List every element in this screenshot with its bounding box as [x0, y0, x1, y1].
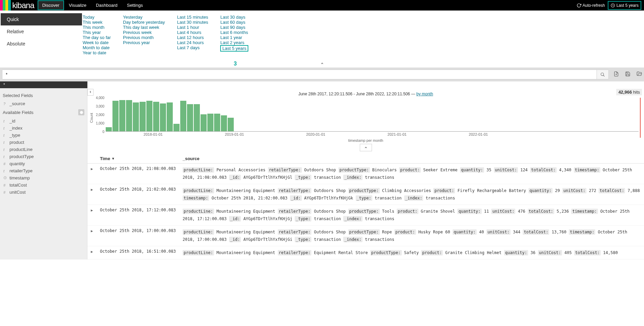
quick-option[interactable]: Last 6 months [220, 30, 248, 35]
quick-option[interactable]: Previous week [123, 30, 165, 35]
quick-option[interactable]: Last 2 years [220, 40, 248, 45]
collapse-timepicker-button[interactable] [0, 59, 644, 68]
histogram-bar[interactable] [160, 103, 166, 132]
histogram-bar[interactable] [126, 100, 132, 132]
logo[interactable]: kibana [0, 0, 34, 11]
field-quantity[interactable]: #quantity [2, 160, 85, 167]
row-time: October 25th 2018, 21:02:00.083 [97, 184, 179, 205]
nav-tab-visualize[interactable]: Visualize [64, 0, 91, 10]
quick-option[interactable]: Last 60 days [220, 20, 248, 25]
nav-tab-dashboard[interactable]: Dashboard [91, 0, 122, 10]
auto-refresh-button[interactable]: Auto-refresh [574, 1, 608, 10]
expand-row-button[interactable]: ▸ [87, 205, 97, 226]
field-product[interactable]: tproduct [2, 139, 85, 146]
index-pattern-selector[interactable]: * [0, 81, 87, 88]
col-time[interactable]: Time▼ [97, 154, 179, 164]
save-search-button[interactable] [625, 71, 630, 78]
histogram-bar[interactable] [214, 114, 220, 132]
field-_index[interactable]: t_index [2, 124, 85, 132]
field-_source[interactable]: ?_source [2, 100, 85, 107]
quick-option[interactable]: This week [83, 20, 111, 25]
collapse-sidebar-button[interactable] [87, 89, 94, 96]
field-_id[interactable]: t_id [2, 117, 85, 124]
quick-option[interactable]: This year [83, 30, 111, 35]
timepicker-mode-tabs: QuickRelativeAbsolute [0, 13, 83, 57]
quick-option[interactable]: Last 30 minutes [177, 20, 208, 25]
histogram-bar[interactable] [173, 124, 180, 132]
quick-option[interactable]: Last 30 days [220, 15, 248, 20]
expand-row-button[interactable]: ▸ [87, 246, 97, 260]
histogram-bar[interactable] [140, 102, 146, 132]
quick-option[interactable]: Last 90 days [220, 25, 248, 30]
timepicker-tab-absolute[interactable]: Absolute [1, 38, 82, 50]
table-row: ▸October 25th 2018, 17:12:00.083productL… [87, 205, 644, 226]
field-_type[interactable]: t_type [2, 132, 85, 139]
quick-option[interactable]: Last 12 hours [177, 35, 208, 40]
quick-option[interactable]: Last 1 hour [177, 25, 208, 30]
histogram-bar[interactable] [221, 115, 227, 132]
row-source: productLine: Personal Accessories retail… [179, 164, 644, 184]
collapse-chart-button[interactable] [360, 144, 372, 151]
auto-refresh-label: Auto-refresh [583, 3, 605, 8]
timepicker-tab-quick[interactable]: Quick [1, 13, 82, 25]
quick-option[interactable]: Week to date [83, 40, 111, 45]
expand-row-button[interactable]: ▸ [87, 164, 97, 184]
histogram-bar[interactable] [146, 101, 152, 131]
histogram-range-label: June 28th 2017, 12:20:11.506 - June 28th… [87, 88, 644, 98]
row-source: productLine: Mountaineering Equipment re… [179, 246, 644, 260]
field-productType[interactable]: tproductType [2, 153, 85, 160]
expand-row-button[interactable]: ▸ [87, 226, 97, 246]
quick-option[interactable]: Previous month [123, 35, 165, 40]
quick-option[interactable]: Year to date [83, 50, 111, 55]
nav-tab-discover[interactable]: Discover [38, 0, 64, 10]
quick-option[interactable]: Last 7 days [177, 45, 208, 50]
histogram-bar[interactable] [228, 118, 234, 131]
interval-link[interactable]: by month [416, 92, 433, 96]
fields-sidebar: Selected Fields ?_source Available Field… [0, 88, 87, 260]
field-totalCost[interactable]: #totalCost [2, 181, 85, 189]
histogram-bar[interactable] [207, 114, 213, 132]
field-settings-button[interactable] [78, 109, 84, 115]
histogram-bar[interactable] [187, 104, 193, 131]
new-search-button[interactable] [614, 71, 619, 78]
time-range-button[interactable]: Last 5 years [608, 1, 641, 10]
histogram-bar[interactable] [119, 100, 125, 132]
open-search-button[interactable] [637, 71, 642, 78]
quick-option[interactable]: Last 15 minutes [177, 15, 208, 20]
field-timestamp[interactable]: timestamp [2, 174, 85, 181]
quick-option[interactable]: Today [83, 15, 111, 20]
field-unitCost[interactable]: #unitCost [2, 189, 85, 196]
svg-point-1 [601, 73, 604, 75]
quick-option[interactable]: Last 5 years [220, 45, 248, 52]
quick-option[interactable]: Last 1 year [220, 35, 248, 40]
quick-option[interactable]: Day before yesterday [123, 20, 165, 25]
histogram-bar[interactable] [194, 104, 200, 131]
col-source[interactable]: _source [179, 154, 644, 164]
timepicker-tab-relative[interactable]: Relative [1, 25, 82, 38]
histogram-chart[interactable]: 01,0002,0003,0004,000 2018-01-012019-01-… [94, 98, 641, 138]
histogram-bar[interactable] [133, 102, 139, 131]
quick-option[interactable]: Month to date [83, 45, 111, 50]
histogram-bar[interactable] [180, 101, 186, 131]
quick-option[interactable]: Last 4 hours [177, 30, 208, 35]
top-navbar: kibana DiscoverVisualizeDashboardSetting… [0, 0, 644, 11]
field-retailerType[interactable]: tretailerType [2, 167, 85, 174]
expand-row-button[interactable]: ▸ [87, 184, 97, 205]
quick-option[interactable]: Previous year [123, 40, 165, 45]
quick-option[interactable]: This day last week [123, 25, 165, 30]
histogram-bar[interactable] [112, 101, 119, 131]
histogram-bar[interactable] [201, 114, 207, 131]
quick-option[interactable]: This month [83, 25, 111, 30]
annotation-3: 3 [234, 61, 237, 67]
folder-open-icon [637, 71, 642, 77]
nav-tab-settings[interactable]: Settings [122, 0, 148, 10]
field-productLine[interactable]: tproductLine [2, 146, 85, 153]
quick-option[interactable]: Last 24 hours [177, 40, 208, 45]
quick-option[interactable]: Yesterday [123, 15, 165, 20]
search-input[interactable] [2, 70, 597, 79]
histogram-bar[interactable] [167, 102, 173, 131]
quick-option[interactable]: The day so far [83, 35, 111, 40]
search-button[interactable] [597, 70, 608, 79]
histogram-bar[interactable] [153, 102, 159, 132]
histogram-bar[interactable] [106, 127, 112, 132]
